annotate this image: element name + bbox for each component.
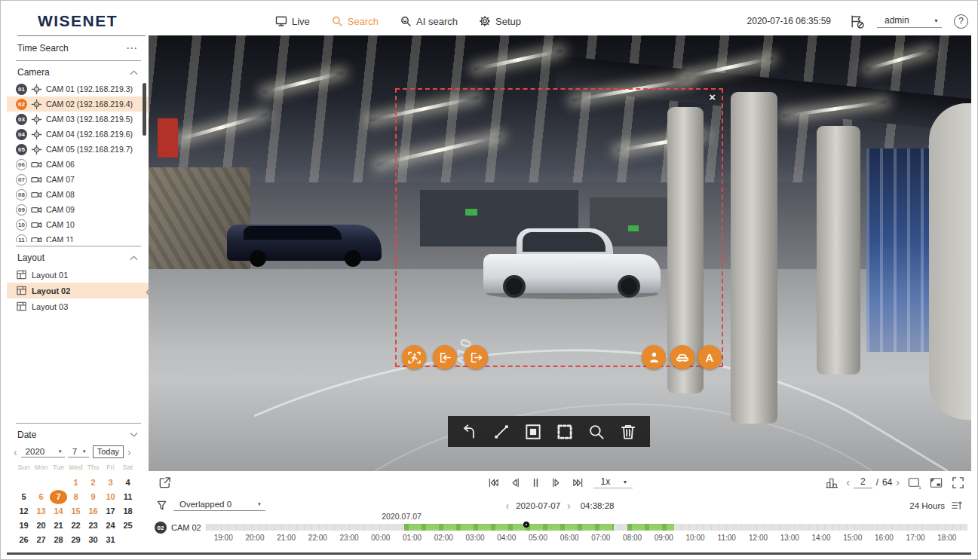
- sidebar-collapse-handle[interactable]: ‹: [146, 284, 150, 299]
- calendar-day[interactable]: [50, 476, 67, 490]
- camera-list-scrollbar[interactable]: [143, 83, 146, 136]
- pause-icon[interactable]: [530, 477, 541, 488]
- line-tool-icon[interactable]: [492, 422, 511, 442]
- dashed-square-tool-icon[interactable]: [555, 422, 575, 442]
- tab-setup[interactable]: Setup: [479, 15, 521, 27]
- calendar-day[interactable]: 17: [102, 504, 119, 519]
- page-prev-icon[interactable]: ‹: [846, 476, 850, 488]
- user-dropdown[interactable]: admin ▼: [877, 14, 942, 28]
- calendar-prev-icon[interactable]: ‹: [13, 446, 18, 458]
- calendar-day[interactable]: 23: [84, 519, 102, 533]
- filled-square-tool-icon[interactable]: [523, 422, 543, 442]
- camera-list-item[interactable]: 05 CAM 05 (192.168.219.7): [7, 142, 149, 157]
- calendar-day[interactable]: 14: [50, 504, 67, 519]
- single-screen-icon[interactable]: 1: [907, 476, 921, 490]
- area-exit-button[interactable]: [464, 345, 488, 369]
- layout-list-item[interactable]: Layout 02: [7, 283, 149, 298]
- month-dropdown[interactable]: 7 ▼: [68, 447, 89, 457]
- camera-section-header[interactable]: Camera: [7, 63, 149, 81]
- calendar-day[interactable]: 15: [67, 504, 84, 519]
- calendar-day[interactable]: [32, 476, 50, 490]
- calendar-day[interactable]: 2: [84, 476, 102, 490]
- date-next-icon[interactable]: ›: [567, 500, 571, 512]
- calendar-day[interactable]: 4: [119, 476, 136, 490]
- calendar-day[interactable]: 21: [50, 519, 67, 533]
- alarm-off-icon[interactable]: [849, 14, 865, 29]
- calendar-day[interactable]: 18: [119, 504, 136, 519]
- camera-list-item[interactable]: 07 CAM 07: [7, 172, 149, 187]
- trash-icon[interactable]: [618, 422, 638, 442]
- tab-live[interactable]: Live: [275, 15, 310, 27]
- calendar-day[interactable]: 13: [32, 504, 50, 519]
- layout-list-item[interactable]: Layout 03: [7, 298, 149, 314]
- camera-list-item[interactable]: 01 CAM 01 (192.168.219.3): [7, 81, 149, 96]
- calendar-day[interactable]: 6: [32, 490, 50, 504]
- pip-screen-icon[interactable]: [929, 476, 943, 490]
- person-filter-button[interactable]: [642, 345, 666, 369]
- year-dropdown[interactable]: 2020 ▼: [21, 447, 65, 457]
- export-icon[interactable]: [158, 476, 172, 490]
- layout-list-item[interactable]: Layout 01: [7, 267, 149, 283]
- tab-search[interactable]: Search: [331, 15, 379, 27]
- camera-list-item[interactable]: 11 CAM 11: [7, 232, 149, 242]
- search-area-selection-box[interactable]: ×: [395, 88, 723, 367]
- timeline-track[interactable]: 2020.07.07: [206, 524, 967, 531]
- timeline-zoom-icon[interactable]: [951, 500, 962, 511]
- calendar-day[interactable]: [119, 533, 136, 547]
- date-prev-icon[interactable]: ‹: [506, 500, 510, 512]
- all-objects-button[interactable]: A: [697, 345, 722, 369]
- page-current-input[interactable]: 2: [854, 476, 872, 488]
- calendar-day[interactable]: 29: [67, 533, 84, 547]
- calendar-day[interactable]: 22: [67, 519, 84, 533]
- calendar-day[interactable]: 12: [15, 504, 32, 519]
- date-section-header[interactable]: Date: [7, 426, 149, 444]
- calendar-day[interactable]: 11: [119, 490, 136, 504]
- help-button[interactable]: ?: [954, 14, 968, 29]
- camera-list-item[interactable]: 10 CAM 10: [7, 217, 149, 232]
- video-viewport[interactable]: 110 ×: [149, 35, 971, 471]
- calendar-day[interactable]: 19: [15, 519, 32, 533]
- camera-list-item[interactable]: 06 CAM 06: [7, 157, 149, 172]
- calendar-day[interactable]: [15, 476, 32, 490]
- step-forward-icon[interactable]: [551, 477, 563, 488]
- fullscreen-icon[interactable]: [951, 476, 965, 490]
- area-enter-button[interactable]: [433, 345, 457, 369]
- calendar-day[interactable]: 1: [67, 476, 84, 490]
- today-button[interactable]: Today: [93, 445, 124, 458]
- layout-section-header[interactable]: Layout: [7, 249, 149, 267]
- motion-detect-button[interactable]: [402, 345, 426, 369]
- calendar-day[interactable]: 5: [15, 490, 32, 504]
- panel-menu-dots-icon[interactable]: ···: [127, 43, 138, 54]
- calendar-day[interactable]: 7: [50, 490, 67, 504]
- camera-list-item[interactable]: 02 CAM 02 (192.168.219.4): [7, 96, 149, 112]
- close-icon[interactable]: ×: [709, 91, 716, 103]
- previous-event-icon[interactable]: [488, 477, 499, 488]
- calendar-day[interactable]: 9: [84, 490, 102, 504]
- camera-list-item[interactable]: 03 CAM 03 (192.168.219.5): [7, 112, 149, 127]
- camera-list-item[interactable]: 04 CAM 04 (192.168.219.6): [7, 127, 149, 142]
- next-event-icon[interactable]: [572, 477, 584, 488]
- calendar-day[interactable]: 31: [102, 533, 119, 547]
- calendar-day[interactable]: 16: [84, 504, 102, 519]
- tab-ai-search[interactable]: AI search: [400, 15, 458, 27]
- page-next-icon[interactable]: ›: [896, 476, 900, 488]
- calendar-day[interactable]: 24: [102, 519, 119, 533]
- undo-icon[interactable]: [460, 422, 480, 442]
- playhead[interactable]: [523, 522, 529, 528]
- playback-speed-dropdown[interactable]: 1x ▼: [593, 476, 633, 488]
- calendar-day[interactable]: 26: [15, 533, 32, 547]
- calendar-day[interactable]: 27: [32, 533, 50, 547]
- histogram-icon[interactable]: [826, 476, 839, 489]
- search-zoom-icon[interactable]: [587, 422, 606, 442]
- calendar-day[interactable]: 28: [50, 533, 67, 547]
- calendar-day[interactable]: 25: [119, 519, 136, 533]
- calendar-next-icon[interactable]: ›: [127, 446, 132, 458]
- calendar-day[interactable]: 3: [102, 476, 119, 490]
- calendar-day[interactable]: 20: [32, 519, 50, 533]
- calendar-day[interactable]: 10: [102, 490, 119, 504]
- camera-list-item[interactable]: 08 CAM 08: [7, 187, 149, 202]
- camera-list-item[interactable]: 09 CAM 09: [7, 202, 149, 217]
- calendar-day[interactable]: 30: [84, 533, 102, 547]
- calendar-day[interactable]: 8: [67, 490, 84, 504]
- vehicle-filter-button[interactable]: [670, 345, 694, 369]
